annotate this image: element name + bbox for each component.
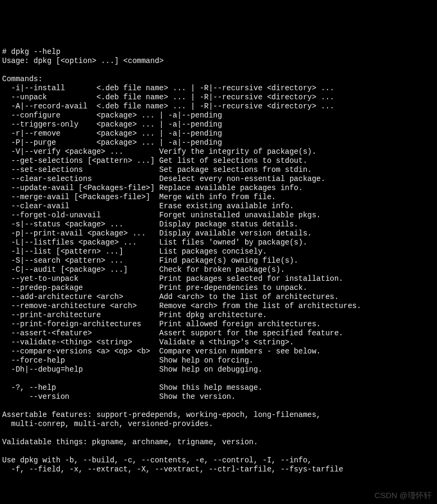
watermark-text: CSDN @瑾怀轩 [374, 491, 432, 500]
terminal-output: # dpkg --help Usage: dpkg [<option> ...]… [0, 45, 437, 476]
